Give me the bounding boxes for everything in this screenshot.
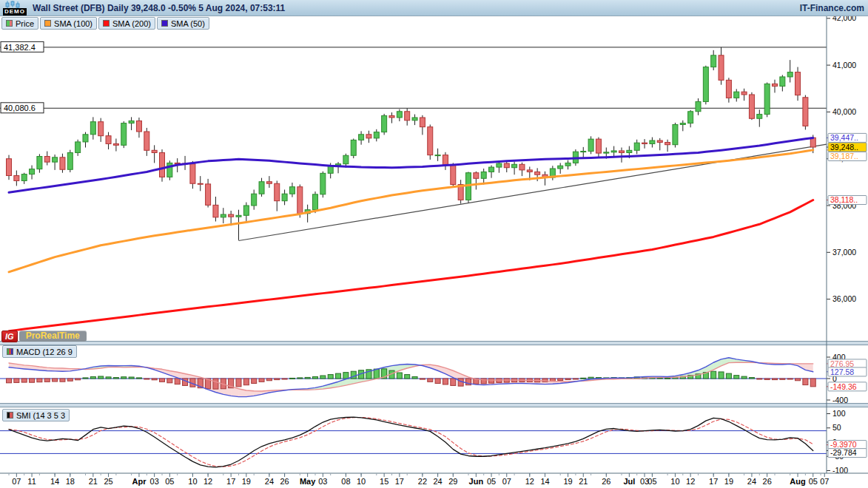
- date-tick: 12: [525, 477, 534, 486]
- date-tick: 26: [602, 477, 610, 486]
- legend-label: SMA (50): [171, 19, 205, 28]
- smi-label: SMI (14 3 5 3: [16, 411, 65, 420]
- macd-label: MACD (12 26 9: [16, 348, 73, 356]
- date-tick: 03: [150, 477, 159, 486]
- level-label: 40,080.6: [4, 104, 36, 112]
- app-logo: DEMO: [3, 1, 27, 16]
- date-tick: 07: [502, 477, 511, 486]
- value-label: 127.58: [830, 367, 854, 376]
- date-tick: May: [300, 477, 316, 486]
- legend-label: Price: [16, 19, 34, 28]
- date-tick: 25: [104, 477, 112, 486]
- value-label: -29.784: [830, 448, 857, 457]
- date-tick: 18: [66, 477, 75, 486]
- chart-canvas[interactable]: 42,00041,00040,00039,00038,00037,00036,0…: [0, 0, 868, 488]
- date-tick: 21: [89, 477, 98, 486]
- value-label: 39,248..: [830, 143, 858, 152]
- date-tick: Jun: [469, 477, 484, 486]
- candles-logo-icon: [3, 1, 22, 8]
- date-tick: 05: [647, 477, 656, 486]
- branding: IG ProRealTime: [1, 330, 87, 342]
- macd-legend-chip[interactable]: MACD (12 26 9: [2, 345, 77, 358]
- price-axis-tick: 41,000: [832, 61, 856, 70]
- date-tick: 10: [670, 477, 679, 486]
- it-finance-link[interactable]: IT-Finance.com: [800, 3, 868, 13]
- macd-axis-tick: -400: [832, 396, 848, 404]
- date-tick: 17: [709, 477, 718, 486]
- ig-logo[interactable]: IG: [1, 331, 18, 342]
- value-label: 39,447..: [830, 133, 858, 142]
- smi-icon: [7, 412, 13, 418]
- date-tick: 15: [380, 477, 388, 486]
- date-tick: 26: [763, 477, 772, 486]
- date-tick: 21: [579, 477, 588, 486]
- legend-label: SMA (100): [54, 19, 92, 28]
- chart-application: 42,00041,00040,00039,00038,00037,00036,0…: [0, 0, 868, 488]
- sma-swatch-icon: [44, 20, 51, 27]
- price-axis-tick: 36,000: [832, 294, 856, 303]
- date-tick: 05: [165, 477, 174, 486]
- date-tick: 26: [280, 477, 289, 486]
- smi-axis-tick: 50: [832, 423, 841, 432]
- legend-label: SMA (200): [112, 19, 151, 28]
- date-tick: 29: [448, 477, 457, 486]
- date-tick: 07: [12, 477, 21, 486]
- date-tick: 19: [724, 477, 733, 486]
- sma-swatch-icon: [161, 20, 168, 27]
- value-label: 39,187..: [830, 152, 858, 160]
- legend-row: PriceSMA (100)SMA (200)SMA (50): [1, 17, 209, 30]
- date-tick: 03: [318, 477, 327, 486]
- price-axis-tick: 37,000: [832, 248, 856, 257]
- date-tick: 14: [50, 477, 59, 486]
- price-candles-icon: [6, 20, 13, 27]
- date-tick: 24: [265, 477, 274, 486]
- macd-icon: [7, 348, 13, 355]
- date-tick: 11: [27, 477, 36, 486]
- date-tick: 10: [357, 477, 366, 486]
- date-tick: 17: [226, 477, 235, 486]
- legend-chip-sma-50[interactable]: SMA (50): [157, 17, 209, 30]
- price-axis-tick: 40,000: [832, 107, 856, 116]
- date-tick: Aug: [790, 477, 805, 486]
- title-bar: DEMO Wall Street (DFB) Daily 39,248.0 -0…: [0, 0, 868, 16]
- smi-legend-chip[interactable]: SMI (14 3 5 3: [2, 409, 70, 421]
- value-label: -149.36: [830, 382, 857, 391]
- date-tick: Apr: [132, 477, 147, 486]
- date-tick: 12: [686, 477, 695, 486]
- date-tick: 17: [395, 477, 404, 486]
- prorealtime-logo[interactable]: ProRealTime: [19, 331, 87, 342]
- sma-swatch-icon: [103, 20, 110, 27]
- date-tick: 08: [341, 477, 350, 486]
- date-tick: 22: [418, 477, 427, 486]
- date-tick: 07: [820, 477, 829, 486]
- date-tick: Jul: [623, 477, 635, 486]
- legend-chip-price[interactable]: Price: [1, 17, 38, 30]
- date-tick: 19: [242, 477, 251, 486]
- legend-chip-sma-100[interactable]: SMA (100): [40, 17, 97, 30]
- demo-badge: DEMO: [3, 8, 27, 16]
- date-tick: 12: [203, 477, 212, 486]
- legend-chip-sma-200[interactable]: SMA (200): [98, 17, 155, 30]
- level-label: 41,382.4: [4, 43, 36, 52]
- smi-axis-tick: 100: [832, 409, 846, 418]
- date-tick: 05: [809, 477, 818, 486]
- date-tick: 10: [188, 477, 197, 486]
- date-tick: 05: [487, 477, 496, 486]
- date-tick: 24: [433, 477, 442, 486]
- chart-title: Wall Street (DFB) Daily 39,248.0 -0.50% …: [33, 3, 285, 13]
- date-tick: 14: [540, 477, 549, 486]
- date-tick: 19: [563, 477, 572, 486]
- value-label: 38,118..: [830, 195, 858, 204]
- date-tick: 24: [747, 477, 756, 486]
